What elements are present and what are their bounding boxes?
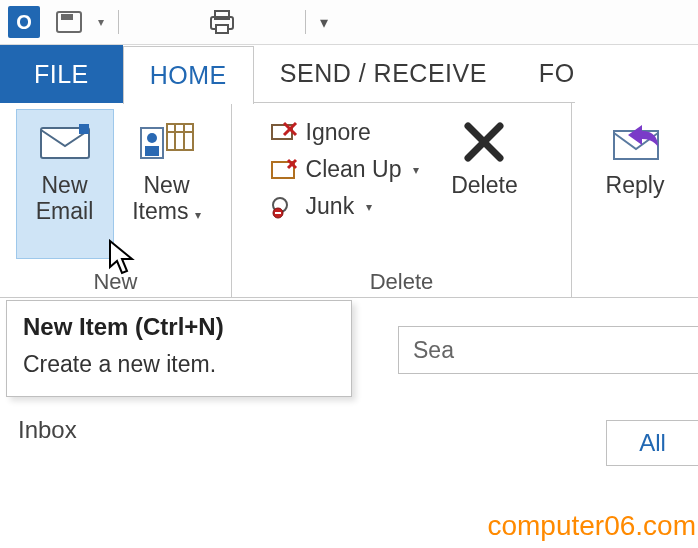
- tooltip-title: New Item (Ctrl+N): [23, 313, 335, 341]
- group-new: New Email New: [0, 103, 232, 297]
- svg-point-8: [147, 133, 157, 143]
- watermark: computer06.com: [487, 510, 696, 542]
- svg-rect-10: [167, 124, 193, 150]
- junk-label: Junk: [306, 193, 355, 220]
- tab-folder-partial[interactable]: FO: [513, 45, 575, 103]
- chevron-down-icon: ▾: [413, 163, 419, 177]
- outlook-logo-icon: O: [8, 6, 40, 38]
- group-new-label: New: [93, 265, 137, 295]
- reply-button[interactable]: Reply: [585, 109, 685, 259]
- search-placeholder: Sea: [413, 337, 454, 364]
- qat-dropdown-icon[interactable]: ▾: [98, 15, 104, 29]
- qat-save-icon[interactable]: [54, 7, 84, 37]
- search-input[interactable]: Sea: [398, 326, 698, 374]
- group-respond-label: [632, 265, 638, 295]
- clean-up-label: Clean Up: [306, 156, 402, 183]
- tooltip-body: Create a new item.: [23, 351, 335, 378]
- reply-label: Reply: [606, 172, 665, 198]
- group-delete: Ignore Clean Up ▾ Junk ▾: [232, 103, 572, 297]
- delete-button[interactable]: Delete: [429, 109, 539, 259]
- filter-all-button[interactable]: All: [606, 420, 698, 466]
- new-email-icon: [37, 114, 93, 170]
- tab-send-receive[interactable]: SEND / RECEIVE: [254, 45, 513, 103]
- print-icon[interactable]: [207, 7, 237, 37]
- new-items-icon: [139, 114, 195, 170]
- new-email-button[interactable]: New Email: [16, 109, 114, 259]
- svg-rect-6: [79, 124, 89, 134]
- qat-separator: [118, 10, 119, 34]
- new-items-label: New Items ▾: [132, 172, 201, 225]
- qat-separator-2: [305, 10, 306, 34]
- title-bar: O ▾ ▾: [0, 0, 698, 45]
- new-items-button[interactable]: New Items ▾: [118, 109, 216, 259]
- delete-label: Delete: [451, 172, 517, 198]
- new-email-label: New Email: [36, 172, 94, 225]
- clean-up-icon: [270, 158, 298, 182]
- clean-up-button[interactable]: Clean Up ▾: [264, 154, 426, 185]
- delete-icon: [460, 114, 508, 170]
- svg-rect-1: [61, 14, 73, 20]
- svg-rect-9: [145, 146, 159, 156]
- ignore-label: Ignore: [306, 119, 371, 146]
- tooltip: New Item (Ctrl+N) Create a new item.: [6, 300, 352, 397]
- ribbon-tabs: FILE HOME SEND / RECEIVE FO: [0, 45, 698, 103]
- ignore-button[interactable]: Ignore: [264, 117, 426, 148]
- reply-icon: [608, 114, 662, 170]
- junk-icon: [270, 195, 298, 219]
- chevron-down-icon: ▾: [366, 200, 372, 214]
- junk-button[interactable]: Junk ▾: [264, 191, 426, 222]
- ribbon: New Email New: [0, 103, 698, 298]
- tab-file[interactable]: FILE: [0, 45, 123, 103]
- delete-stack: Ignore Clean Up ▾ Junk ▾: [264, 109, 426, 222]
- svg-rect-4: [216, 25, 228, 33]
- chevron-down-icon: ▾: [195, 208, 201, 222]
- qat-overflow-icon[interactable]: ▾: [320, 13, 328, 32]
- group-delete-label: Delete: [370, 265, 434, 295]
- tab-home[interactable]: HOME: [123, 46, 254, 104]
- nav-inbox[interactable]: Inbox: [18, 416, 77, 444]
- ignore-icon: [270, 121, 298, 145]
- group-respond: Reply: [572, 103, 698, 297]
